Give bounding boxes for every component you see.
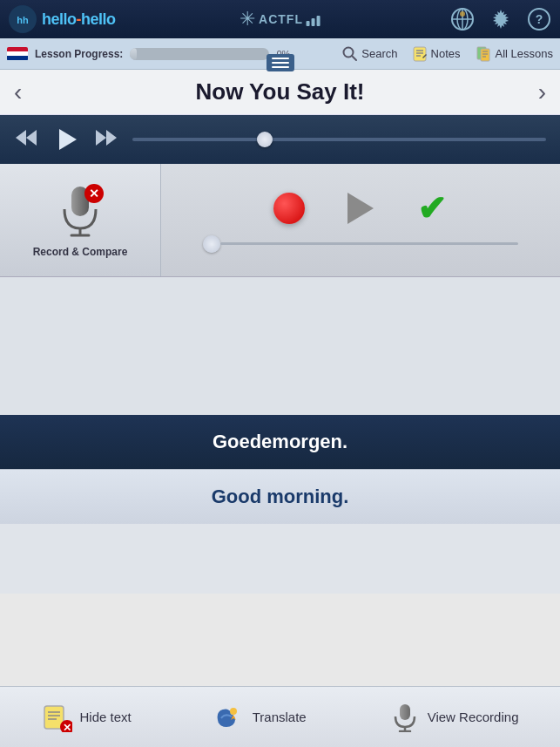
search-icon bbox=[342, 46, 358, 62]
svg-text:✕: ✕ bbox=[63, 722, 71, 732]
nav-right: ? bbox=[449, 5, 553, 33]
checkmark-icon: ✔ bbox=[417, 191, 447, 226]
lesson-nav: ‹ Now You Say It! › bbox=[0, 70, 560, 115]
notes-label: Notes bbox=[431, 47, 461, 60]
svg-rect-17 bbox=[481, 49, 489, 61]
svg-marker-23 bbox=[96, 130, 106, 146]
record-compare-label: Record & Compare bbox=[33, 246, 128, 258]
record-controls-panel: ✔ bbox=[161, 164, 560, 276]
translate-svg bbox=[214, 703, 246, 732]
logo-text: hello-hello bbox=[42, 10, 116, 29]
signal-bars bbox=[307, 12, 320, 26]
translate-label: Translate bbox=[253, 710, 307, 724]
notes-button[interactable]: Notes bbox=[412, 46, 461, 62]
svg-text:hh: hh bbox=[17, 15, 29, 25]
notes-icon bbox=[412, 46, 428, 62]
help-button[interactable]: ? bbox=[525, 5, 553, 33]
phrase-secondary-text: Good morning. bbox=[212, 486, 349, 507]
record-seek-track bbox=[220, 242, 518, 245]
signal-bar-1 bbox=[307, 21, 310, 26]
menu-icon-container[interactable] bbox=[267, 54, 294, 71]
gear-button[interactable] bbox=[487, 5, 515, 33]
phrase-primary-block: Goedemorgen. bbox=[0, 415, 560, 469]
svg-line-11 bbox=[352, 56, 356, 60]
lesson-title: Now You Say It! bbox=[195, 78, 364, 105]
all-lessons-label: All Lessons bbox=[496, 47, 553, 60]
menu-line-2 bbox=[272, 62, 289, 64]
svg-rect-38 bbox=[400, 704, 410, 720]
bottom-spacer bbox=[0, 524, 560, 594]
hide-text-button[interactable]: ✕ Hide text bbox=[42, 702, 132, 733]
next-button[interactable]: › bbox=[538, 78, 546, 106]
record-compare-panel: ✕ Record & Compare bbox=[0, 164, 161, 276]
flag-blue-stripe bbox=[7, 56, 28, 60]
translate-icon bbox=[214, 702, 246, 733]
prev-button[interactable]: ‹ bbox=[14, 78, 22, 106]
nav-center: ✳ ACTFL bbox=[240, 8, 320, 31]
gear-icon bbox=[489, 7, 513, 31]
menu-line-3 bbox=[272, 66, 289, 68]
playback-icon bbox=[347, 193, 374, 224]
record-progress[interactable] bbox=[203, 237, 518, 251]
bottom-toolbar: ✕ Hide text Translate bbox=[0, 686, 560, 747]
fast-forward-button[interactable] bbox=[94, 128, 118, 152]
svg-rect-12 bbox=[414, 47, 426, 61]
hamburger-menu[interactable] bbox=[267, 54, 294, 71]
fast-forward-icon bbox=[94, 128, 118, 147]
progress-label: Lesson Progress: bbox=[35, 48, 123, 60]
hide-text-icon: ✕ bbox=[42, 702, 73, 733]
language-flag bbox=[7, 47, 28, 61]
hide-text-label: Hide text bbox=[80, 710, 132, 724]
record-section: ✕ Record & Compare ✔ bbox=[0, 164, 560, 277]
search-label: Search bbox=[361, 47, 397, 60]
play-button[interactable] bbox=[52, 126, 80, 153]
seek-track bbox=[132, 138, 546, 141]
search-button[interactable]: Search bbox=[342, 46, 397, 62]
record-button[interactable] bbox=[271, 190, 307, 227]
svg-text:?: ? bbox=[536, 12, 543, 26]
actfl-badge: ✳ ACTFL bbox=[240, 8, 320, 31]
svg-point-6 bbox=[460, 11, 465, 17]
mic-compare-icon: ✕ bbox=[56, 183, 105, 239]
svg-text:✕: ✕ bbox=[89, 187, 99, 200]
progress-right-buttons: Search Notes All Lessons bbox=[342, 45, 553, 63]
audio-player bbox=[0, 115, 560, 164]
svg-marker-24 bbox=[106, 130, 117, 146]
playback-button[interactable] bbox=[342, 190, 379, 227]
help-icon: ? bbox=[528, 8, 550, 31]
svg-marker-22 bbox=[26, 130, 37, 146]
middle-space bbox=[0, 277, 560, 415]
rewind-button[interactable] bbox=[14, 128, 38, 152]
actfl-label: ACTFL bbox=[259, 12, 303, 26]
play-icon bbox=[59, 129, 77, 150]
all-lessons-icon bbox=[475, 45, 492, 63]
view-recording-label: View Recording bbox=[428, 710, 519, 724]
seek-thumb[interactable] bbox=[257, 132, 273, 147]
view-recording-svg bbox=[390, 703, 420, 732]
svg-point-37 bbox=[230, 708, 237, 715]
signal-bar-2 bbox=[312, 18, 315, 26]
globe-button[interactable] bbox=[449, 5, 476, 33]
mic-icon-container: ✕ bbox=[56, 183, 105, 239]
phrase-primary-text: Goedemorgen. bbox=[213, 431, 347, 452]
confirm-button[interactable]: ✔ bbox=[414, 190, 450, 227]
menu-line-1 bbox=[272, 58, 289, 59]
top-navbar: hh hello-hello ✳ ACTFL bbox=[0, 0, 560, 38]
record-seek-thumb[interactable] bbox=[203, 235, 220, 253]
view-recording-button[interactable]: View Recording bbox=[389, 702, 519, 733]
progress-bar bbox=[130, 48, 269, 60]
svg-marker-21 bbox=[16, 130, 26, 146]
logo-icon: hh bbox=[7, 3, 38, 35]
phrase-secondary-block: Good morning. bbox=[0, 469, 560, 524]
view-recording-icon bbox=[389, 702, 421, 733]
snowflake-icon: ✳ bbox=[240, 8, 255, 31]
signal-bar-3 bbox=[317, 16, 320, 26]
rewind-icon bbox=[14, 128, 38, 147]
hide-text-svg: ✕ bbox=[43, 703, 72, 732]
translate-button[interactable]: Translate bbox=[214, 702, 307, 733]
seek-bar[interactable] bbox=[132, 138, 546, 141]
record-dot-icon bbox=[273, 193, 305, 224]
logo: hh hello-hello bbox=[7, 3, 116, 35]
phrase-section: Goedemorgen. Good morning. bbox=[0, 415, 560, 524]
all-lessons-button[interactable]: All Lessons bbox=[475, 45, 553, 63]
